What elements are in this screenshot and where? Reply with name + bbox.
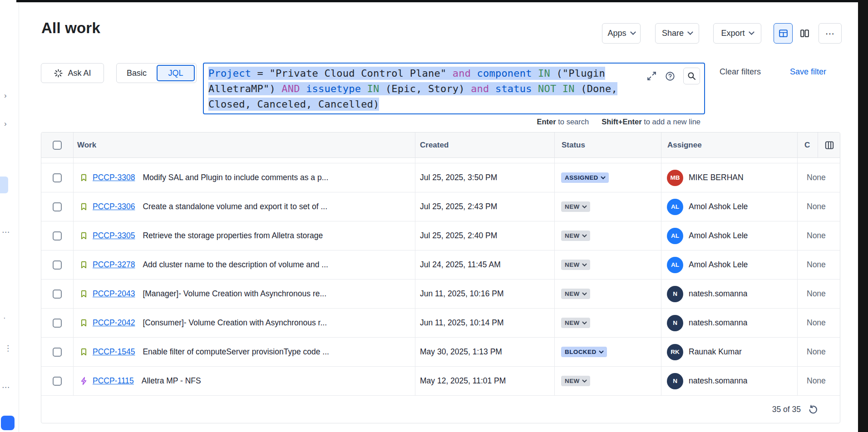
assignee-name: natesh.somanna <box>689 289 747 299</box>
category-value: None <box>807 173 826 182</box>
table-row[interactable]: PCCP-3306 Create a standalone volume and… <box>41 192 840 221</box>
issue-key-link[interactable]: PCCP-3305 <box>93 231 135 241</box>
more-icon[interactable]: ⋯ <box>2 227 10 237</box>
category-value: None <box>807 318 826 328</box>
jql-input[interactable]: Project = "Private Cloud Control Plane" … <box>208 66 700 112</box>
more-icon: ⋯ <box>2 383 10 392</box>
apps-button-label: Apps <box>607 29 626 38</box>
chevron-down-icon <box>601 176 606 180</box>
chevron-down-icon <box>687 29 693 35</box>
status-label: ASSIGNED <box>565 174 598 181</box>
chevron-down-icon <box>582 205 587 209</box>
select-all-checkbox[interactable] <box>53 141 62 150</box>
chevron-right-icon[interactable]: › <box>4 91 7 100</box>
jql-mode-button[interactable]: JQL <box>157 65 195 81</box>
table-row[interactable]: PCCP-3278 Add cluster name to the descri… <box>41 250 840 280</box>
created-date: May 30, 2025, 1:13 PM <box>420 347 502 357</box>
ask-ai-button[interactable]: Ask AI <box>41 63 104 83</box>
chevron-down-icon <box>599 350 604 354</box>
table-view-button[interactable] <box>774 23 793 44</box>
enter-key-label: Enter <box>537 118 556 126</box>
issue-summary: [Manager]- Volume Creation with Asynchro… <box>143 289 326 299</box>
help-bubble-button[interactable] <box>1 416 15 430</box>
created-date: Jun 11, 2025, 10:14 PM <box>420 318 504 328</box>
issue-summary: Alletra MP - NFS <box>142 376 201 386</box>
column-header-work[interactable]: Work <box>73 133 415 157</box>
sidebar-active-item[interactable] <box>0 177 8 193</box>
more-actions-label: ⋯ <box>825 28 835 39</box>
assignee-name: natesh.somanna <box>689 376 747 386</box>
search-button[interactable] <box>683 68 700 84</box>
expand-icon[interactable] <box>646 71 657 81</box>
issue-key-link[interactable]: PCCP-3308 <box>93 173 135 182</box>
jql-editor[interactable]: Project = "Private Cloud Control Plane" … <box>203 63 705 114</box>
category-value: None <box>807 260 826 270</box>
table-row[interactable]: PCCP-1115 Alletra MP - NFS May 12, 2025,… <box>41 367 840 396</box>
columns-settings-icon[interactable] <box>824 140 835 151</box>
jql-editor-tools <box>646 68 700 84</box>
assignee-name: natesh.somanna <box>689 318 747 328</box>
work-items-table: Work Created Status Assignee C <box>41 132 840 423</box>
detail-view-button[interactable] <box>795 23 814 44</box>
created-date: May 12, 2025, 11:01 PM <box>420 376 506 386</box>
status-badge[interactable]: ASSIGNED <box>561 172 609 183</box>
chevron-down-icon <box>582 292 587 296</box>
share-button[interactable]: Share <box>655 23 699 44</box>
story-icon <box>79 318 89 328</box>
status-badge[interactable]: BLOCKED <box>561 347 607 357</box>
issue-key-link[interactable]: PCCP-3278 <box>93 260 135 270</box>
story-icon <box>79 173 89 182</box>
view-toggle <box>774 23 814 44</box>
refresh-icon[interactable] <box>808 404 818 415</box>
row-checkbox[interactable] <box>53 231 62 241</box>
created-date: Jun 11, 2025, 10:16 PM <box>420 289 504 299</box>
table-row[interactable]: PCCP-3308 Modify SAL and Plugin to inclu… <box>41 163 840 192</box>
status-badge[interactable]: NEW <box>561 201 590 212</box>
more-actions-button[interactable]: ⋯ <box>819 23 842 44</box>
basic-mode-button[interactable]: Basic <box>117 69 157 78</box>
search-icon <box>687 71 696 81</box>
status-badge[interactable]: NEW <box>561 376 590 386</box>
query-mode-toggle: Basic JQL <box>116 63 197 83</box>
apps-button[interactable]: Apps <box>602 23 641 44</box>
table-row[interactable]: PCCP-3305 Retrieve the storage propertie… <box>41 221 840 250</box>
column-header-created[interactable]: Created <box>415 133 554 157</box>
export-button[interactable]: Export <box>713 23 761 44</box>
column-header-assignee[interactable]: Assignee <box>661 133 797 157</box>
clear-filters-button[interactable]: Clear filters <box>720 67 761 77</box>
status-badge[interactable]: NEW <box>561 289 590 299</box>
row-checkbox[interactable] <box>53 290 62 299</box>
status-badge[interactable]: NEW <box>561 231 590 241</box>
status-label: NEW <box>565 261 580 268</box>
chevron-down-icon <box>749 29 755 35</box>
issue-key-link[interactable]: PCCP-1545 <box>93 347 135 357</box>
share-button-label: Share <box>662 29 684 38</box>
row-checkbox[interactable] <box>53 202 62 211</box>
column-header-status[interactable]: Status <box>554 133 661 157</box>
issue-key-link[interactable]: PCCP-3306 <box>93 202 135 211</box>
chevron-right-icon[interactable]: › <box>4 119 7 128</box>
issue-key-link[interactable]: PCCP-1115 <box>93 376 134 386</box>
row-checkbox[interactable] <box>53 260 62 270</box>
row-checkbox[interactable] <box>53 348 62 357</box>
status-badge[interactable]: NEW <box>561 260 590 270</box>
issue-summary: Enable filter of computeServer provision… <box>143 347 329 357</box>
avatar: AL <box>667 199 683 215</box>
chevron-down-icon <box>582 263 587 267</box>
issue-key-link[interactable]: PCCP-2043 <box>93 289 135 299</box>
table-row[interactable]: PCCP-2042 [Consumer]- Volume Creation wi… <box>41 309 840 338</box>
created-date: Jul 25, 2025, 2:40 PM <box>420 231 497 241</box>
row-checkbox[interactable] <box>53 319 62 328</box>
issue-key-link[interactable]: PCCP-2042 <box>93 318 135 328</box>
table-header: Work Created Status Assignee C <box>41 133 840 158</box>
help-icon[interactable] <box>665 71 676 82</box>
table-row[interactable]: PCCP-2043 [Manager]- Volume Creation wit… <box>41 280 840 309</box>
row-checkbox[interactable] <box>53 377 62 386</box>
status-badge[interactable]: NEW <box>561 318 590 328</box>
avatar: MB <box>667 170 683 186</box>
table-row[interactable]: PCCP-1545 Enable filter of computeServer… <box>41 338 840 367</box>
column-header-category[interactable]: C <box>797 133 818 157</box>
row-checkbox[interactable] <box>53 173 62 182</box>
save-filter-button[interactable]: Save filter <box>790 67 826 77</box>
scrolled-row-sliver <box>41 158 840 163</box>
